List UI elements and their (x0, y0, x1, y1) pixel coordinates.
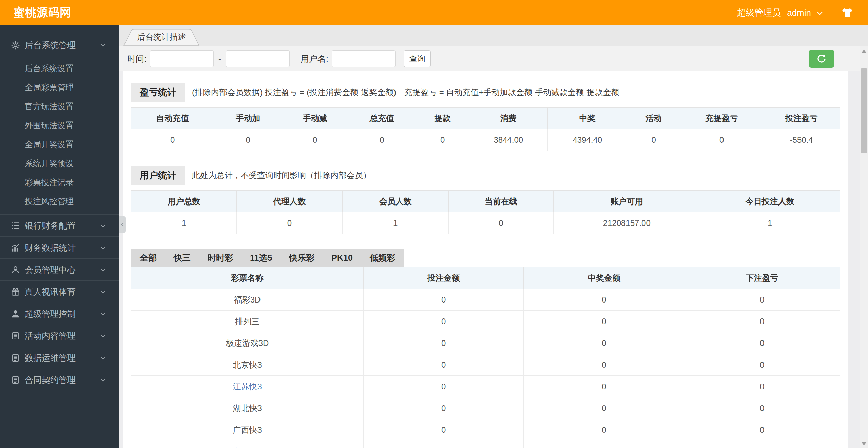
table-row: 1 0 1 0 21208157.00 1 (131, 212, 840, 234)
lottery-tab-pk10[interactable]: PK10 (331, 253, 353, 263)
chevron-down-icon (99, 222, 107, 229)
scroll-down-button[interactable] (860, 439, 868, 448)
tab-strip: 后台统计描述 (119, 25, 868, 46)
content-card: 盈亏统计 (排除内部会员数据) 投注盈亏 = (投注消费金额-返奖金额) 充提盈… (123, 71, 848, 448)
top-header: 蜜桃源码网 超级管理员 admin (0, 0, 868, 25)
chevron-down-icon (99, 376, 107, 384)
sidebar-subitem[interactable]: 投注风控管理 (0, 192, 119, 211)
sidebar-subitem[interactable]: 全局开奖设置 (0, 135, 119, 154)
vertical-scrollbar[interactable] (860, 46, 868, 448)
lottery-category-tabs: 全部 快三 时时彩 11选5 快乐彩 PK10 低频彩 (131, 249, 404, 267)
chevron-down-icon (99, 41, 107, 49)
sidebar: 后台系统管理 后台系统设置 全局彩票管理 官方玩法设置 外围玩法设置 全局开奖设… (0, 25, 119, 448)
chevron-left-icon (120, 222, 125, 227)
refresh-button[interactable] (809, 50, 834, 68)
profit-stats-table: 自动充值 手动加 手动减 总充值 提款 消费 中奖 活动 充提盈亏 投注盈亏 0… (131, 107, 840, 151)
user-stats-table: 用户总数 代理人数 会员人数 当前在线 账户可用 今日投注人数 1 0 1 0 … (131, 190, 840, 234)
scrollbar-thumb[interactable] (861, 68, 867, 153)
lottery-tab-kuaisan[interactable]: 快三 (174, 252, 191, 264)
chevron-down-icon (99, 310, 107, 317)
query-button[interactable]: 查询 (404, 50, 431, 67)
ordered-list-icon (11, 221, 20, 230)
table-row: 安徽快3 0 0 0 (131, 441, 840, 448)
sidebar-item-live-video-sports[interactable]: 真人视讯体育 (0, 281, 119, 303)
table-header-row: 自动充值 手动加 手动减 总充值 提款 消费 中奖 活动 充提盈亏 投注盈亏 (131, 108, 840, 129)
main-area: 后台统计描述 时间: - 用户名: 查询 盈亏统计 (排除内部会员数据) 投注盈… (119, 25, 868, 448)
sidebar-item-super-admin-control[interactable]: 超级管理控制 (0, 303, 119, 325)
table-row: 极速游戏3D 0 0 0 (131, 332, 840, 354)
lottery-tab-kuailecai[interactable]: 快乐彩 (289, 252, 314, 264)
gear-icon (11, 41, 20, 50)
lottery-tab-11x5[interactable]: 11选5 (250, 252, 272, 264)
lottery-tab-dipincai[interactable]: 低频彩 (370, 252, 395, 264)
time-end-input[interactable] (226, 50, 290, 67)
chevron-down-icon (99, 266, 107, 273)
sidebar-subitem[interactable]: 官方玩法设置 (0, 97, 119, 116)
news-icon (11, 375, 20, 385)
time-start-input[interactable] (150, 50, 214, 67)
table-row: 排列三 0 0 0 (131, 311, 840, 332)
sidebar-item-member-center[interactable]: 会员管理中心 (0, 259, 119, 280)
sidebar-subitem[interactable]: 外围玩法设置 (0, 116, 119, 135)
profit-section-title: 盈亏统计 (131, 83, 185, 102)
news-icon (11, 331, 20, 340)
t-shirt-icon[interactable] (842, 7, 853, 19)
chevron-down-icon (99, 354, 107, 362)
refresh-icon (816, 54, 827, 64)
table-row: 北京快3 0 0 0 (131, 354, 840, 376)
user-outline-icon (11, 265, 20, 274)
user-filled-icon (11, 309, 20, 318)
time-range-separator: - (218, 54, 221, 63)
username-label: 用户名: (301, 53, 328, 64)
sidebar-item-contract-management[interactable]: 合同契约管理 (0, 369, 119, 391)
sidebar-subitem[interactable]: 全局彩票管理 (0, 78, 119, 97)
lottery-tab-all[interactable]: 全部 (140, 252, 157, 264)
sidebar-subitem[interactable]: 后台系统设置 (0, 59, 119, 78)
tab-backend-stats[interactable]: 后台统计描述 (122, 29, 200, 46)
table-row: 湖北快3 0 0 0 (131, 397, 840, 419)
sidebar-item-bank-finance[interactable]: 银行财务配置 (0, 215, 119, 236)
table-row: 0 0 0 0 0 3844.00 4394.40 0 0 -550.4 (131, 129, 840, 151)
chevron-down-icon (99, 288, 107, 295)
chevron-down-icon (99, 332, 107, 339)
sidebar-item-finance-stats[interactable]: 财务数据统计 (0, 237, 119, 258)
gift-icon (11, 287, 20, 296)
triangle-up-icon (862, 50, 866, 53)
sidebar-subitem[interactable]: 彩票投注记录 (0, 173, 119, 192)
table-row: 江苏快3 0 0 0 (131, 376, 840, 397)
username-input[interactable] (332, 50, 396, 67)
sidebar-item-activity-content[interactable]: 活动内容管理 (0, 325, 119, 347)
sidebar-item-data-ops[interactable]: 数据运维管理 (0, 347, 119, 369)
lottery-stats-table: 彩票名称 投注金额 中奖金额 下注盈亏 福彩3D 0 0 0 排列三 0 0 0 (131, 267, 840, 448)
user-menu-chevron-down-icon[interactable] (816, 9, 824, 17)
user-role: 超级管理员 (737, 7, 781, 19)
bar-chart-icon (11, 243, 20, 252)
table-header-row: 彩票名称 投注金额 中奖金额 下注盈亏 (131, 267, 840, 289)
triangle-down-icon (862, 442, 866, 445)
table-header-row: 用户总数 代理人数 会员人数 当前在线 账户可用 今日投注人数 (131, 191, 840, 212)
app-logo: 蜜桃源码网 (14, 5, 71, 20)
sidebar-collapse-handle[interactable] (119, 216, 126, 233)
news-icon (11, 353, 20, 363)
profit-section-description: (排除内部会员数据) 投注盈亏 = (投注消费金额-返奖金额) 充提盈亏 = 自… (192, 87, 619, 98)
sidebar-submenu: 后台系统设置 全局彩票管理 官方玩法设置 外围玩法设置 全局开奖设置 系统开奖预… (0, 56, 119, 214)
table-row: 广西快3 0 0 0 (131, 419, 840, 441)
user-section-title: 用户统计 (131, 166, 185, 185)
sidebar-item-backend-system[interactable]: 后台系统管理 (0, 34, 119, 56)
lottery-tab-shishicai[interactable]: 时时彩 (208, 252, 233, 264)
chevron-down-icon (99, 244, 107, 251)
time-label: 时间: (127, 53, 147, 64)
user-section-description: 此处为总计，不受查询时间影响（排除内部会员） (192, 170, 371, 181)
sidebar-subitem[interactable]: 系统开奖预设 (0, 154, 119, 173)
filter-bar: 时间: - 用户名: 查询 (119, 46, 868, 71)
table-row: 福彩3D 0 0 0 (131, 289, 840, 311)
username[interactable]: admin (787, 7, 811, 18)
scroll-up-button[interactable] (860, 46, 868, 55)
